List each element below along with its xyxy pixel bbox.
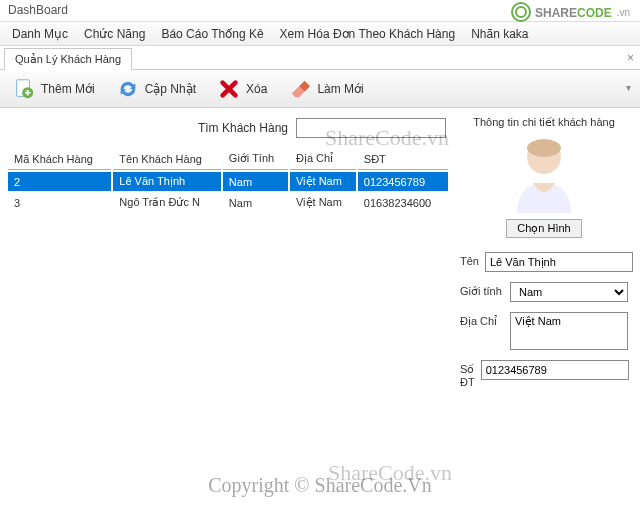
avatar xyxy=(509,133,579,213)
customers-table: Mã Khách Hàng Tên Khách Hàng Giới Tính Đ… xyxy=(6,146,450,214)
tab-customers[interactable]: Quản Lý Khách Hàng xyxy=(4,48,132,70)
recycle-arrows-icon xyxy=(511,2,531,22)
cell-addr: Việt Nam xyxy=(290,193,356,212)
cell-addr: Việt Nam xyxy=(290,172,356,191)
cell-gender: Nam xyxy=(223,172,288,191)
update-label: Cập Nhật xyxy=(145,82,196,96)
addr-field[interactable] xyxy=(510,312,628,350)
menu-chuc-nang[interactable]: Chức Năng xyxy=(76,24,153,44)
main-menu: Danh Mục Chức Năng Báo Cáo Thống Kê Xem … xyxy=(0,22,640,46)
search-label: Tìm Khách Hàng xyxy=(198,121,288,135)
menu-danh-muc[interactable]: Danh Mục xyxy=(4,24,76,44)
toolbar-overflow-icon[interactable]: ▾ xyxy=(626,82,636,92)
addr-label: Địa Chỉ xyxy=(460,312,504,328)
phone-field[interactable] xyxy=(481,360,629,380)
col-gender[interactable]: Giới Tính xyxy=(223,148,288,170)
col-addr[interactable]: Địa Chỉ xyxy=(290,148,356,170)
name-field[interactable] xyxy=(485,252,633,272)
menu-hoa-don[interactable]: Xem Hóa Đơn Theo Khách Hàng xyxy=(272,24,464,44)
plus-file-icon xyxy=(13,78,35,100)
brand-logo: SHARECODE .vn xyxy=(511,2,630,22)
brand-text: SHARECODE xyxy=(535,3,612,21)
col-id[interactable]: Mã Khách Hàng xyxy=(8,148,111,170)
search-input[interactable] xyxy=(296,118,446,138)
cell-id: 3 xyxy=(8,193,111,212)
choose-image-button[interactable]: Chọn Hình xyxy=(506,219,581,238)
name-label: Tên xyxy=(460,252,479,267)
detail-heading: Thông tin chi tiết khách hàng xyxy=(460,116,628,129)
detail-panel: Thông tin chi tiết khách hàng Chọn Hình … xyxy=(454,114,634,502)
brand-suffix: .vn xyxy=(617,7,630,18)
eraser-icon xyxy=(289,78,311,100)
tab-close-icon[interactable]: × xyxy=(627,51,634,65)
gender-label: Giới tính xyxy=(460,282,504,298)
cell-name: Lê Văn Thịnh xyxy=(113,172,221,191)
cell-gender: Nam xyxy=(223,193,288,212)
col-name[interactable]: Tên Khách Hàng xyxy=(113,148,221,170)
tab-strip: Quản Lý Khách Hàng × xyxy=(0,46,640,70)
menu-nhan-kaka[interactable]: Nhãn kaka xyxy=(463,24,536,44)
menu-bao-cao[interactable]: Báo Cáo Thống Kê xyxy=(153,24,271,44)
gender-select[interactable]: Nam xyxy=(510,282,628,302)
delete-button[interactable]: Xóa xyxy=(209,73,276,105)
add-button[interactable]: Thêm Mới xyxy=(4,73,104,105)
delete-label: Xóa xyxy=(246,82,267,96)
col-phone[interactable]: SĐT xyxy=(358,148,448,170)
svg-point-3 xyxy=(527,139,561,157)
cell-phone: 0123456789 xyxy=(358,172,448,191)
add-label: Thêm Mới xyxy=(41,82,95,96)
refresh-arrows-icon xyxy=(117,78,139,100)
cell-id: 2 xyxy=(8,172,111,191)
cell-phone: 01638234600 xyxy=(358,193,448,212)
toolbar: Thêm Mới Cập Nhật Xóa Làm Mới ▾ xyxy=(0,70,640,108)
table-row[interactable]: 3Ngô Trần Đức NNamViệt Nam01638234600 xyxy=(8,193,448,212)
delete-x-icon xyxy=(218,78,240,100)
refresh-button[interactable]: Làm Mới xyxy=(280,73,372,105)
refresh-label: Làm Mới xyxy=(317,82,363,96)
phone-label: Số ĐT xyxy=(460,360,475,388)
update-button[interactable]: Cập Nhật xyxy=(108,73,205,105)
watermark-copyright: Copyright © ShareCode.Vn xyxy=(0,474,640,497)
table-row[interactable]: 2Lê Văn ThịnhNamViệt Nam0123456789 xyxy=(8,172,448,191)
cell-name: Ngô Trần Đức N xyxy=(113,193,221,212)
